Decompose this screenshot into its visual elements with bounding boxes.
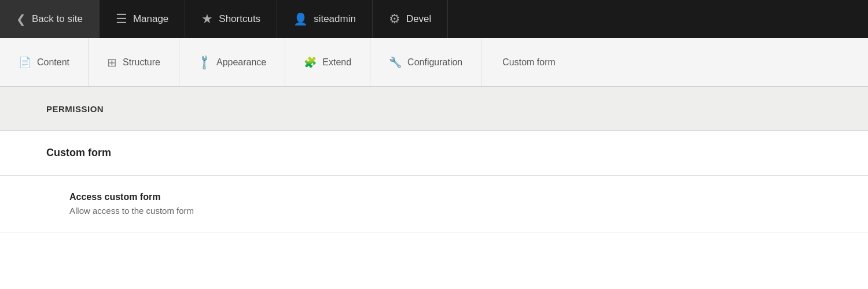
access-block: Access custom form Allow access to the c… (0, 176, 868, 232)
nav-configuration[interactable]: Configuration (370, 38, 481, 86)
content-area: PERMISSION Custom form Access custom for… (0, 87, 868, 232)
nav-content-label: Content (37, 57, 69, 68)
nav-content[interactable]: Content (0, 38, 89, 86)
appearance-icon (198, 55, 211, 69)
nav-appearance[interactable]: Appearance (179, 38, 285, 86)
permission-header: PERMISSION (0, 87, 868, 131)
shortcuts-button[interactable]: Shortcuts (185, 0, 277, 38)
shortcuts-label: Shortcuts (219, 13, 260, 25)
nav-structure[interactable]: Structure (89, 38, 179, 86)
back-to-site-button[interactable]: Back to site (0, 0, 100, 38)
access-description: Allow access to the custom form (69, 206, 799, 216)
admin-bar: Back to site Manage Shortcuts siteadmin … (0, 0, 868, 38)
manage-icon (116, 12, 127, 27)
nav-custom-form-label: Custom form (502, 57, 556, 68)
shortcuts-icon (201, 12, 213, 27)
devel-label: Devel (406, 13, 431, 25)
section-title: Custom form (46, 147, 822, 159)
nav-appearance-label: Appearance (216, 57, 266, 68)
config-icon (389, 55, 402, 69)
secondary-nav: Content Structure Appearance Extend Conf… (0, 38, 868, 87)
extend-icon (304, 55, 317, 69)
nav-extend[interactable]: Extend (285, 38, 370, 86)
nav-structure-label: Structure (123, 57, 160, 68)
manage-label: Manage (133, 13, 168, 25)
back-icon (16, 12, 26, 26)
devel-button[interactable]: Devel (373, 0, 448, 38)
nav-config-label: Configuration (407, 57, 462, 68)
siteadmin-button[interactable]: siteadmin (277, 0, 373, 38)
user-icon (293, 12, 308, 26)
permission-title: PERMISSION (46, 104, 822, 114)
content-icon (19, 55, 31, 69)
devel-icon (389, 12, 400, 27)
nav-extend-label: Extend (322, 57, 351, 68)
siteadmin-label: siteadmin (314, 13, 356, 25)
manage-button[interactable]: Manage (100, 0, 185, 38)
structure-icon (107, 55, 117, 69)
nav-custom-form[interactable]: Custom form (484, 38, 574, 86)
back-to-site-label: Back to site (32, 13, 83, 25)
custom-form-section: Custom form (0, 131, 868, 176)
access-title: Access custom form (69, 192, 799, 202)
